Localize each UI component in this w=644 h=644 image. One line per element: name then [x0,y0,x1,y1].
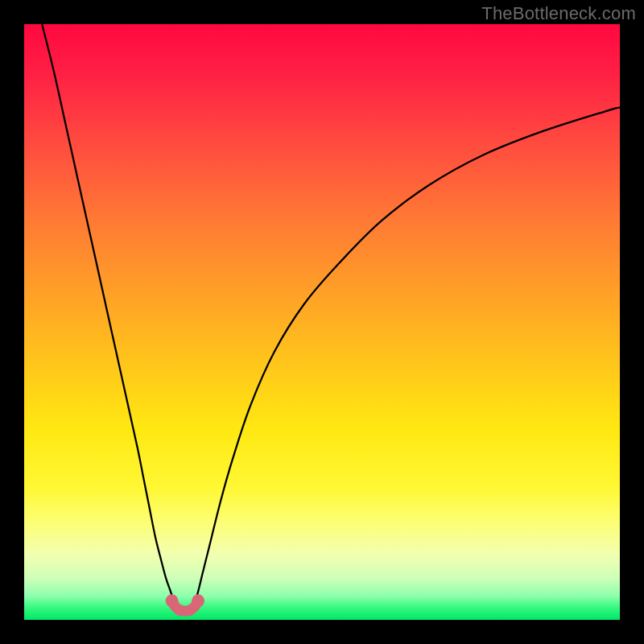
valley-highlight-dots [166,594,205,616]
chart-frame: TheBottleneck.com [0,0,644,644]
plot-area [24,24,620,620]
curve-right-branch [193,108,620,605]
curve-layer [24,24,620,620]
curve-left-branch [42,24,176,605]
valley-end-dot [192,594,204,607]
valley-end-dot [166,594,179,607]
valley-dot [184,605,196,616]
watermark-text: TheBottleneck.com [481,3,636,24]
